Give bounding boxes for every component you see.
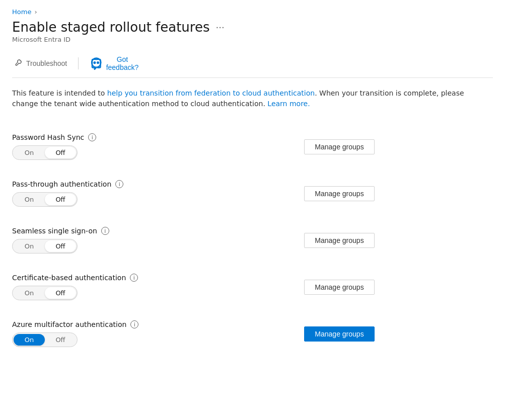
toolbar-divider (78, 57, 79, 69)
troubleshoot-button[interactable]: Troubleshoot (12, 57, 70, 69)
toggle-pass-through-auth[interactable]: On Off (12, 192, 78, 207)
feature-list: Password Hash Sync i On Off Manage group… (12, 123, 493, 357)
toggle-off-pass-through-auth[interactable]: Off (45, 194, 76, 205)
info-icon-pass-through-auth[interactable]: i (115, 180, 123, 188)
info-text-before: This feature is intended to (12, 89, 107, 97)
feature-name-password-hash-sync: Password Hash Sync (12, 133, 84, 141)
feature-row-password-hash-sync: Password Hash Sync i On Off Manage group… (12, 123, 493, 170)
manage-groups-button-seamless-sso[interactable]: Manage groups (304, 233, 375, 248)
feature-left-seamless-sso: Seamless single sign-on i On Off (12, 227, 153, 254)
learn-more-link[interactable]: Learn more. (267, 100, 310, 108)
breadcrumb-home-link[interactable]: Home (12, 8, 31, 16)
feature-name-pass-through-auth: Pass-through authentication (12, 180, 111, 188)
feature-label-pass-through-auth: Pass-through authentication i (12, 180, 153, 188)
toggle-on-pass-through-auth[interactable]: On (14, 194, 45, 205)
feature-name-cert-based-auth: Certificate-based authentication (12, 274, 126, 282)
feature-right-seamless-sso: Manage groups (304, 233, 375, 248)
feature-row-pass-through-auth: Pass-through authentication i On Off Man… (12, 170, 493, 217)
feature-left-password-hash-sync: Password Hash Sync i On Off (12, 133, 153, 160)
feature-row-azure-mfa: Azure multifactor authentication i On Of… (12, 310, 493, 357)
toggle-off-password-hash-sync[interactable]: Off (45, 147, 76, 158)
feature-row-cert-based-auth: Certificate-based authentication i On Of… (12, 264, 493, 310)
feature-row-seamless-sso: Seamless single sign-on i On Off Manage … (12, 217, 493, 264)
toggle-off-seamless-sso[interactable]: Off (45, 240, 76, 252)
manage-groups-button-pass-through-auth[interactable]: Manage groups (304, 186, 375, 201)
feature-name-seamless-sso: Seamless single sign-on (12, 227, 97, 235)
info-icon-cert-based-auth[interactable]: i (130, 274, 138, 282)
breadcrumb-separator: › (34, 8, 37, 16)
info-icon-azure-mfa[interactable]: i (130, 320, 138, 328)
toggle-on-password-hash-sync[interactable]: On (14, 147, 45, 158)
info-text-highlight: help you transition from federation to c… (107, 89, 315, 97)
troubleshoot-label: Troubleshoot (26, 59, 67, 67)
page-subtitle: Microsoft Entra ID (12, 36, 493, 43)
info-banner: This feature is intended to help you tra… (12, 88, 485, 109)
info-icon-seamless-sso[interactable]: i (101, 227, 109, 235)
page-title: Enable staged rollout features ··· (12, 20, 493, 35)
breadcrumb: Home › (12, 8, 493, 16)
toggle-azure-mfa[interactable]: On Off (12, 332, 78, 347)
page-title-text: Enable staged rollout features (12, 20, 210, 35)
feature-label-password-hash-sync: Password Hash Sync i (12, 133, 153, 141)
feedback-button[interactable]: Got feedback? (87, 53, 141, 73)
info-icon-password-hash-sync[interactable]: i (88, 133, 96, 141)
toolbar: Troubleshoot Got feedback? (12, 49, 493, 78)
feature-left-azure-mfa: Azure multifactor authentication i On Of… (12, 320, 153, 347)
feature-label-seamless-sso: Seamless single sign-on i (12, 227, 153, 235)
feature-right-cert-based-auth: Manage groups (304, 280, 375, 295)
feature-right-password-hash-sync: Manage groups (304, 139, 375, 154)
feedback-icon (90, 57, 103, 70)
toggle-off-azure-mfa[interactable]: Off (45, 334, 76, 346)
manage-groups-button-cert-based-auth[interactable]: Manage groups (304, 280, 375, 295)
toggle-on-azure-mfa[interactable]: On (14, 334, 45, 346)
svg-point-1 (94, 62, 96, 63)
feature-left-pass-through-auth: Pass-through authentication i On Off (12, 180, 153, 207)
manage-groups-button-azure-mfa[interactable]: Manage groups (304, 326, 375, 342)
toggle-off-cert-based-auth[interactable]: Off (45, 287, 76, 299)
toggle-on-cert-based-auth[interactable]: On (14, 287, 45, 299)
feature-name-azure-mfa: Azure multifactor authentication (12, 320, 126, 328)
feature-label-azure-mfa: Azure multifactor authentication i (12, 320, 153, 328)
toggle-on-seamless-sso[interactable]: On (14, 240, 45, 252)
feature-right-azure-mfa: Manage groups (304, 326, 375, 342)
toggle-seamless-sso[interactable]: On Off (12, 239, 78, 254)
feature-label-cert-based-auth: Certificate-based authentication i (12, 274, 153, 282)
toggle-password-hash-sync[interactable]: On Off (12, 145, 78, 160)
manage-groups-button-password-hash-sync[interactable]: Manage groups (304, 139, 375, 154)
toggle-cert-based-auth[interactable]: On Off (12, 286, 78, 300)
feedback-label: Got feedback? (106, 55, 139, 71)
more-options-button[interactable]: ··· (216, 22, 225, 33)
wrench-icon (15, 59, 23, 67)
page-container: Home › Enable staged rollout features ··… (0, 0, 505, 365)
feature-left-cert-based-auth: Certificate-based authentication i On Of… (12, 274, 153, 300)
feature-right-pass-through-auth: Manage groups (304, 186, 375, 201)
svg-point-2 (97, 62, 99, 63)
